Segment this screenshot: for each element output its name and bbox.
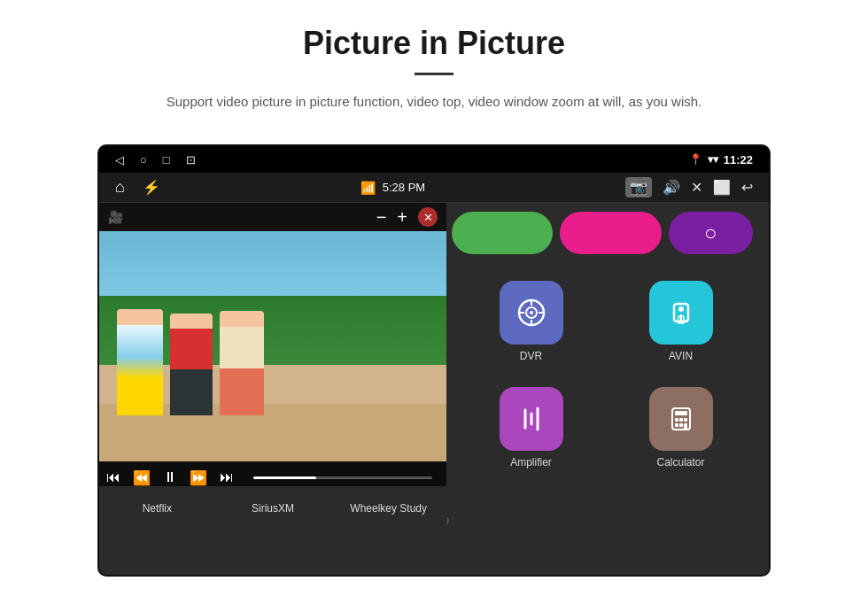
app-btn-sirius[interactable] xyxy=(560,212,661,254)
time-wifi-center: 📶 5:28 PM xyxy=(360,181,425,195)
svg-rect-18 xyxy=(684,418,687,422)
window-icon[interactable]: ⬜ xyxy=(713,179,731,196)
wifi-icon: ▾▾ xyxy=(708,153,718,166)
skip-fwd-btn[interactable]: ⏭ xyxy=(220,469,234,485)
amplifier-icon xyxy=(515,403,547,435)
calculator-icon-box xyxy=(649,387,713,451)
progress-fill xyxy=(253,476,316,479)
svg-rect-17 xyxy=(679,418,683,422)
status-bar-second: ⌂ ⚡ 📶 5:28 PM 📷 🔊 ✕ ⬜ ↩ xyxy=(99,173,769,203)
status-bar-top: ◁ ○ □ ⊡ 📍 ▾▾ 11:22 xyxy=(99,146,769,173)
wheelkey-label[interactable]: Wheelkey Study xyxy=(330,486,446,531)
pip-plus-btn[interactable]: + xyxy=(397,207,407,228)
avin-icon-box xyxy=(649,281,713,345)
status-icons-right: 📍 ▾▾ 11:22 xyxy=(689,153,753,167)
back-nav-icon[interactable]: ↩ xyxy=(741,179,753,196)
video-scene xyxy=(99,231,446,461)
camera-icon[interactable]: 📷 xyxy=(625,177,652,198)
calculator-icon xyxy=(665,403,697,435)
device-frame: ◁ ○ □ ⊡ 📍 ▾▾ 11:22 ⌂ ⚡ 📶 5:28 PM 📷 🔊 ✕ ⬜… xyxy=(97,144,771,577)
prev-btn[interactable]: ⏪ xyxy=(133,469,151,486)
nav-icons-left: ⌂ ⚡ xyxy=(115,178,160,197)
location-icon: 📍 xyxy=(689,153,702,166)
device-content: 🎥 − + ✕ xyxy=(99,203,769,575)
avin-icon xyxy=(665,297,697,329)
page-title: Picture in Picture xyxy=(71,25,797,62)
svg-rect-15 xyxy=(675,411,687,415)
pip-cam-icon: 🎥 xyxy=(108,210,123,224)
dvr-icon xyxy=(515,297,547,329)
avin-label: AVIN xyxy=(669,350,693,362)
bottom-labels: Netflix SiriusXM Wheelkey Study xyxy=(99,486,446,531)
action-icons-right: 📷 🔊 ✕ ⬜ ↩ xyxy=(625,177,753,198)
close-icon[interactable]: ✕ xyxy=(691,179,702,196)
progress-bar[interactable] xyxy=(253,476,432,479)
apps-panel: ○ xyxy=(443,203,769,575)
back-icon[interactable]: ◁ xyxy=(115,153,124,167)
page-header: Picture in Picture Support video picture… xyxy=(0,0,868,128)
recents-icon[interactable]: □ xyxy=(163,153,170,167)
amplifier-label: Amplifier xyxy=(510,456,552,469)
skip-back-btn[interactable]: ⏮ xyxy=(106,469,120,485)
center-time: 5:28 PM xyxy=(383,181,425,194)
dvr-label: DVR xyxy=(520,350,542,362)
pip-close-btn[interactable]: ✕ xyxy=(418,207,438,227)
title-divider xyxy=(415,73,453,75)
app-btn-wheelkey[interactable]: ○ xyxy=(669,212,753,254)
pip-minus-btn[interactable]: − xyxy=(376,207,387,228)
play-pause-btn[interactable]: ⏸ xyxy=(163,469,177,485)
calculator-label: Calculator xyxy=(656,456,704,469)
pip-video-area xyxy=(99,231,446,461)
wifi-status-icon: 📶 xyxy=(360,181,376,195)
usb-icon: ⚡ xyxy=(143,179,160,196)
app-item-dvr[interactable]: DVR xyxy=(461,272,601,369)
top-app-row: ○ xyxy=(443,203,769,263)
siriusxm-label[interactable]: SiriusXM xyxy=(215,486,331,531)
svg-rect-19 xyxy=(675,423,678,427)
pip-overlay: 🎥 − + ✕ xyxy=(99,203,446,531)
pip-controls: − + ✕ xyxy=(376,207,438,228)
svg-rect-20 xyxy=(679,423,683,427)
status-icons-left: ◁ ○ □ ⊡ xyxy=(115,153,196,167)
netflix-label[interactable]: Netflix xyxy=(99,486,215,531)
volume-icon[interactable]: 🔊 xyxy=(663,179,680,196)
amplifier-icon-box xyxy=(500,387,563,451)
app-item-calculator[interactable]: Calculator xyxy=(610,378,751,476)
app-item-avin[interactable]: AVIN xyxy=(610,272,751,369)
screenshot-icon[interactable]: ⊡ xyxy=(186,153,196,167)
home-icon[interactable]: ○ xyxy=(140,153,147,167)
svg-rect-21 xyxy=(684,423,687,430)
app-icon-grid: DVR AVIN xyxy=(443,263,769,484)
page-subtitle: Support video picture in picture functio… xyxy=(124,91,744,112)
next-btn[interactable]: ⏩ xyxy=(190,469,207,486)
svg-point-2 xyxy=(530,311,533,314)
home-nav-icon[interactable]: ⌂ xyxy=(115,178,125,197)
pip-header: 🎥 − + ✕ xyxy=(99,203,446,231)
dvr-icon-box xyxy=(500,281,563,345)
svg-rect-16 xyxy=(675,418,678,422)
time-display: 11:22 xyxy=(724,153,753,167)
app-item-amplifier[interactable]: Amplifier xyxy=(461,378,601,476)
svg-point-8 xyxy=(678,306,684,312)
app-btn-netflix[interactable] xyxy=(452,212,553,254)
